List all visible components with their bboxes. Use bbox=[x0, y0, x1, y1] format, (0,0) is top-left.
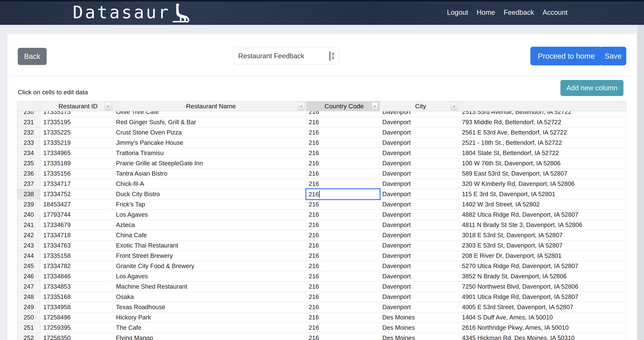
country-code-cell[interactable]: 216 bbox=[306, 148, 380, 158]
country-code-cell[interactable]: 216 bbox=[306, 158, 380, 168]
city-cell[interactable]: Davenport bbox=[380, 230, 459, 240]
row-number-cell[interactable]: 238 bbox=[17, 189, 40, 199]
row-number-cell[interactable]: 241 bbox=[17, 220, 40, 230]
city-cell[interactable]: Davenport bbox=[380, 302, 459, 312]
restaurant-id-cell[interactable]: 17334718 bbox=[40, 230, 113, 240]
restaurant-id-cell[interactable]: 17335156 bbox=[40, 168, 113, 179]
restaurant-id-cell[interactable]: 17335195 bbox=[40, 117, 113, 127]
restaurant-name-cell[interactable]: Chick-fil-A bbox=[113, 179, 306, 189]
nav-link-feedback[interactable]: Feedback bbox=[504, 9, 534, 17]
row-number-cell[interactable]: 248 bbox=[17, 292, 40, 302]
restaurant-name-cell[interactable]: Olive Tree Cafe bbox=[113, 111, 306, 117]
country-code-cell[interactable]: 216 bbox=[306, 261, 380, 271]
address-cell[interactable]: 4345 Hickman Rd, Des Moines, IA 50310 bbox=[459, 333, 626, 340]
row-number-cell[interactable]: 235 bbox=[17, 158, 40, 168]
nav-link-account[interactable]: Account bbox=[542, 9, 568, 17]
restaurant-id-cell[interactable]: 17335168 bbox=[40, 292, 113, 302]
restaurant-id-cell[interactable]: 17334679 bbox=[40, 220, 113, 230]
restaurant-id-cell[interactable]: 17258496 bbox=[40, 312, 113, 323]
back-button[interactable]: Back bbox=[18, 48, 47, 65]
restaurant-id-cell[interactable]: 17335219 bbox=[40, 138, 113, 148]
restaurant-id-cell[interactable]: 17335173 bbox=[40, 111, 113, 117]
row-number-cell[interactable]: 231 bbox=[17, 117, 40, 127]
nav-link-home[interactable]: Home bbox=[477, 9, 495, 17]
row-number-cell[interactable]: 240 bbox=[17, 210, 40, 220]
restaurant-id-cell[interactable]: 17335189 bbox=[40, 158, 113, 168]
address-cell[interactable]: 4901 Utica Ridge Rd, Davenport, IA 52807 bbox=[459, 292, 626, 302]
row-number-cell[interactable]: 242 bbox=[17, 230, 40, 240]
active-cell-editor[interactable]: 216 bbox=[306, 188, 380, 200]
restaurant-name-cell[interactable]: Azteca bbox=[113, 220, 306, 230]
restaurant-name-cell[interactable]: Texas Roadhouse bbox=[113, 302, 306, 312]
row-number-cell[interactable]: 243 bbox=[17, 240, 40, 251]
restaurant-id-cell[interactable]: 17335158 bbox=[40, 251, 113, 261]
restaurant-id-cell[interactable]: 17334763 bbox=[40, 240, 113, 251]
country-code-cell[interactable]: 216 bbox=[306, 199, 380, 210]
address-cell[interactable]: 7250 Northwest Blvd, Davenport, IA 52806 bbox=[459, 281, 626, 292]
restaurant-name-cell[interactable]: Prairie Grille at SteepleGate Inn bbox=[113, 158, 306, 168]
brand[interactable]: Datasaur bbox=[73, 0, 193, 25]
address-cell[interactable]: 208 E River Dr, Davenport, IA 52801 bbox=[459, 251, 626, 261]
restaurant-id-cell[interactable]: 17259395 bbox=[40, 323, 113, 333]
country-code-cell[interactable]: 216 bbox=[306, 210, 380, 220]
restaurant-name-cell[interactable]: Osaka bbox=[113, 292, 306, 302]
row-number-cell[interactable]: 246 bbox=[17, 271, 40, 281]
address-cell[interactable]: 1404 S Duff Ave, Ames, IA 50010 bbox=[459, 312, 626, 323]
country-code-cell[interactable]: 216 bbox=[306, 220, 380, 230]
city-cell[interactable]: Davenport bbox=[380, 199, 459, 210]
column-header-restaurant-id[interactable]: Restaurant ID▾ bbox=[40, 101, 113, 111]
row-number-cell[interactable]: 232 bbox=[17, 127, 40, 138]
city-cell[interactable]: Davenport bbox=[380, 240, 459, 251]
row-number-cell[interactable]: 249 bbox=[17, 302, 40, 312]
restaurant-name-cell[interactable]: Exotic Thai Restaurant bbox=[113, 240, 306, 251]
page-scrollbar[interactable] bbox=[638, 25, 644, 340]
restaurant-name-cell[interactable]: Jimmy's Pancake House bbox=[113, 138, 306, 148]
address-cell[interactable]: 2303 E 53rd St, Davenport, IA 52807 bbox=[459, 240, 626, 251]
address-cell[interactable]: 3852 N Brady St, Davenport, IA 52806 bbox=[459, 271, 626, 281]
country-code-cell[interactable]: 216 bbox=[306, 127, 380, 138]
address-cell[interactable]: 1804 State St, Bettendorf, IA 52722 bbox=[459, 148, 626, 158]
restaurant-id-cell[interactable]: 17334853 bbox=[40, 281, 113, 292]
country-code-cell[interactable]: 216 bbox=[306, 281, 380, 292]
filter-dropdown-icon[interactable]: ▾ bbox=[451, 102, 458, 110]
restaurant-name-cell[interactable]: Duck City Bistro bbox=[113, 189, 306, 199]
nav-link-logout[interactable]: Logout bbox=[447, 9, 468, 17]
address-cell[interactable]: 1402 W 3rd Street, IA 52802 bbox=[459, 199, 626, 210]
restaurant-id-cell[interactable]: 17334958 bbox=[40, 302, 113, 312]
column-header-country-code[interactable]: Country Code▾ bbox=[306, 101, 380, 111]
city-cell[interactable]: Davenport bbox=[380, 271, 459, 281]
filter-dropdown-icon[interactable]: ▾ bbox=[298, 102, 305, 110]
city-cell[interactable]: Davenport bbox=[380, 148, 459, 158]
country-code-cell[interactable]: 216 bbox=[306, 302, 380, 312]
city-cell[interactable]: Davenport bbox=[380, 158, 459, 168]
address-cell[interactable]: 793 Middle Rd, Bettendorf, IA 52722 bbox=[459, 117, 626, 127]
city-cell[interactable]: Davenport bbox=[380, 117, 459, 127]
restaurant-id-cell[interactable]: 17793744 bbox=[40, 210, 113, 220]
address-cell[interactable]: 2513 53rd Avenue, Bettendorf, IA 52722 bbox=[459, 111, 626, 117]
row-number-cell[interactable]: 239 bbox=[17, 199, 40, 210]
city-cell[interactable]: Davenport bbox=[380, 220, 459, 230]
restaurant-name-cell[interactable]: Machine Shed Restaurant bbox=[113, 281, 306, 292]
city-cell[interactable]: Davenport bbox=[380, 179, 459, 189]
city-cell[interactable]: Des Moines bbox=[380, 333, 459, 340]
restaurant-id-cell[interactable]: 17334752 bbox=[40, 189, 113, 199]
address-cell[interactable]: 5270 Utica Ridge Rd, Davenport, IA 52807 bbox=[459, 261, 626, 271]
restaurant-id-cell[interactable]: 17334965 bbox=[40, 148, 113, 158]
country-code-cell[interactable]: 216 bbox=[306, 292, 380, 302]
row-number-cell[interactable]: 230 bbox=[17, 111, 40, 117]
city-cell[interactable]: Davenport bbox=[380, 127, 459, 138]
country-code-cell[interactable]: 216 bbox=[306, 323, 380, 333]
city-cell[interactable]: Davenport bbox=[380, 292, 459, 302]
address-cell[interactable]: 2521 - 18th St., Bettendorf, IA 52722 bbox=[459, 138, 626, 148]
address-cell[interactable]: 320 W Kimberly Rd, Davenport, IA 52806 bbox=[459, 179, 626, 189]
address-cell[interactable]: 3018 E 53rd St, Davenport, IA 52807 bbox=[459, 230, 626, 240]
restaurant-id-cell[interactable]: 17335225 bbox=[40, 127, 113, 138]
city-cell[interactable]: Des Moines bbox=[380, 323, 459, 333]
restaurant-name-cell[interactable]: Granite City Food & Brewery bbox=[113, 261, 306, 271]
country-code-cell[interactable]: 216 bbox=[306, 230, 380, 240]
address-cell[interactable]: 4811 N Brady St Ste 3, Davenport, IA 528… bbox=[459, 220, 626, 230]
restaurant-id-cell[interactable]: 18453427 bbox=[40, 199, 113, 210]
restaurant-name-cell[interactable]: Los Agaves bbox=[113, 271, 306, 281]
country-code-cell[interactable]: 216 bbox=[306, 312, 380, 323]
country-code-cell[interactable]: 216 bbox=[306, 333, 380, 340]
